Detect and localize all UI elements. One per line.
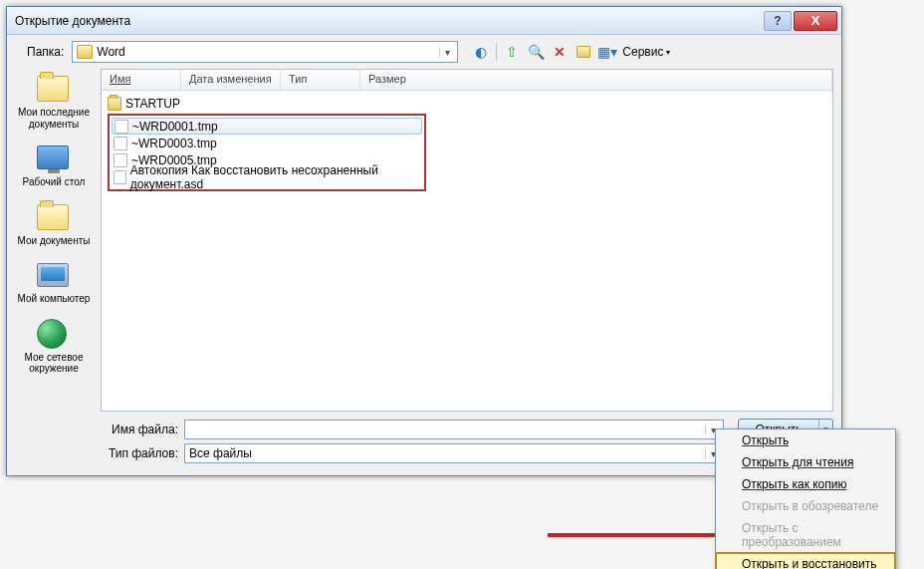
delete-icon[interactable]: ✕ xyxy=(551,43,569,61)
sidebar-item-label: Мои документы xyxy=(18,235,91,247)
menu-item-open-readonly[interactable]: Открыть для чтения xyxy=(716,451,895,473)
folder-combo[interactable]: Word ▾ xyxy=(72,41,458,63)
filename-input[interactable]: ▾ xyxy=(184,420,724,439)
menu-item-open[interactable]: Открыть xyxy=(716,429,895,451)
views-icon[interactable]: ▦▾ xyxy=(598,43,616,61)
sidebar-item-label: Мои последние документы xyxy=(13,107,95,130)
highlighted-file-group: ~WRD0001.tmp ~WRD0003.tmp ~WRD0005.tmp А… xyxy=(108,114,426,191)
folder-value: Word xyxy=(97,45,439,59)
sidebar-item-label: Рабочий стол xyxy=(23,176,86,188)
col-size[interactable]: Размер xyxy=(360,70,832,90)
up-level-icon[interactable]: ⇧ xyxy=(503,43,521,61)
places-sidebar: Мои последние документы Рабочий стол Мои… xyxy=(7,65,101,412)
file-icon xyxy=(114,137,127,150)
menu-item-open-recover[interactable]: Открыть и восстановить xyxy=(715,552,896,569)
sidebar-item-desktop[interactable]: Рабочий стол xyxy=(10,139,98,195)
titlebar: Открытие документа ? X xyxy=(7,7,841,35)
filetype-combo[interactable]: Все файлы ▾ xyxy=(184,443,724,463)
open-file-dialog: Открытие документа ? X Папка: Word ▾ ◐ ⇧… xyxy=(6,6,842,476)
file-row[interactable]: Автокопия Как восстановить несохраненный… xyxy=(114,168,420,185)
search-icon[interactable]: 🔍 xyxy=(527,43,545,61)
folder-icon xyxy=(108,97,121,111)
help-button[interactable]: ? xyxy=(764,11,792,31)
file-name: ~WRD0003.tmp xyxy=(131,137,217,150)
file-list: STARTUP ~WRD0001.tmp ~WRD0003.tmp ~WRD00… xyxy=(102,91,832,195)
folder-label: Папка: xyxy=(27,45,64,59)
divider xyxy=(496,43,497,61)
toolbar-icons: ◐ ⇧ 🔍 ✕ ▦▾ Сервис▾ xyxy=(472,43,670,61)
chevron-down-icon: ▾ xyxy=(439,47,455,58)
toolbar: Папка: Word ▾ ◐ ⇧ 🔍 ✕ ▦▾ Сервис▾ xyxy=(7,35,841,65)
filetype-value: Все файлы xyxy=(189,446,252,460)
file-icon xyxy=(114,153,127,167)
col-name[interactable]: Имя xyxy=(102,70,181,90)
menu-item-open-transform: Открыть с преобразованием xyxy=(716,517,895,553)
sidebar-item-mydocs[interactable]: Мои документы xyxy=(10,197,98,254)
filetype-label: Тип файлов: xyxy=(107,446,178,460)
file-name: ~WRD0001.tmp xyxy=(132,120,218,134)
file-icon xyxy=(114,170,126,184)
back-arrow-icon[interactable]: ◐ xyxy=(472,43,490,61)
menu-item-open-copy[interactable]: Открыть как копию xyxy=(716,473,895,495)
dialog-title: Открытие документа xyxy=(15,14,762,28)
service-button[interactable]: Сервис▾ xyxy=(622,45,670,59)
filename-label: Имя файла: xyxy=(107,423,178,436)
file-row[interactable]: ~WRD0003.tmp xyxy=(114,135,420,151)
sidebar-item-network[interactable]: Мое сетевое окружение xyxy=(10,314,98,382)
sidebar-item-computer[interactable]: Мой компьютер xyxy=(10,255,98,312)
file-name: Автокопия Как восстановить несохраненный… xyxy=(130,163,420,191)
new-folder-icon[interactable] xyxy=(575,43,592,61)
annotation-arrow xyxy=(548,533,717,537)
col-type[interactable]: Тип xyxy=(281,70,360,90)
menu-item-open-browser: Открыть в обозревателе xyxy=(716,495,895,517)
sidebar-item-recent[interactable]: Мои последние документы xyxy=(10,69,98,137)
open-dropdown-menu: Открыть Открыть для чтения Открыть как к… xyxy=(715,428,896,569)
file-name: STARTUP xyxy=(125,97,180,111)
close-button[interactable]: X xyxy=(794,11,837,31)
file-list-pane: Имя Дата изменения Тип Размер STARTUP ~W… xyxy=(101,69,833,412)
col-date[interactable]: Дата изменения xyxy=(181,70,281,90)
column-headers: Имя Дата изменения Тип Размер xyxy=(102,69,832,91)
sidebar-item-label: Мое сетевое окружение xyxy=(13,352,95,375)
file-row[interactable]: ~WRD0001.tmp xyxy=(112,118,422,135)
sidebar-item-label: Мой компьютер xyxy=(18,293,91,305)
folder-row[interactable]: STARTUP xyxy=(108,95,826,112)
file-icon xyxy=(115,120,128,134)
folder-icon xyxy=(77,45,93,59)
